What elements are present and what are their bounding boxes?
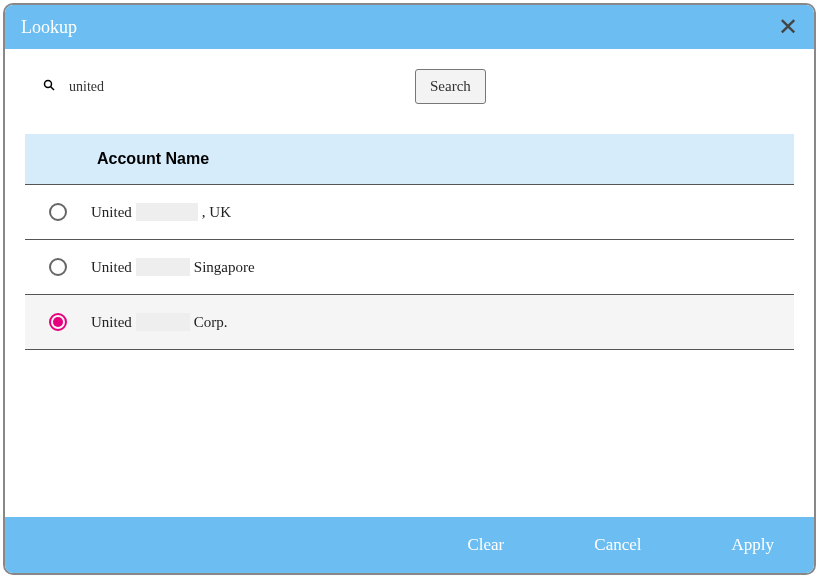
- account-name-cell: United, UK: [91, 203, 231, 221]
- radio-button[interactable]: [49, 258, 67, 276]
- redacted-text: [136, 258, 190, 276]
- apply-button[interactable]: Apply: [732, 535, 775, 555]
- table-row[interactable]: United, UK: [25, 185, 794, 240]
- search-row: Search: [25, 69, 794, 104]
- modal-title: Lookup: [21, 17, 77, 38]
- redacted-text: [136, 313, 190, 331]
- table-row[interactable]: UnitedSingapore: [25, 240, 794, 295]
- search-input[interactable]: [65, 75, 405, 99]
- radio-button[interactable]: [49, 313, 67, 331]
- modal-body: Search Account Name United, UKUnitedSing…: [5, 49, 814, 517]
- table-header: Account Name: [25, 134, 794, 185]
- clear-button[interactable]: Clear: [467, 535, 504, 555]
- search-icon: [43, 79, 55, 94]
- search-button[interactable]: Search: [415, 69, 486, 104]
- table-row[interactable]: UnitedCorp.: [25, 295, 794, 350]
- radio-button[interactable]: [49, 203, 67, 221]
- account-name-cell: UnitedCorp.: [91, 313, 228, 331]
- svg-point-0: [45, 81, 52, 88]
- modal-footer: Clear Cancel Apply: [5, 517, 814, 573]
- account-name-cell: UnitedSingapore: [91, 258, 255, 276]
- svg-line-1: [51, 87, 55, 91]
- column-header-account-name: Account Name: [97, 150, 209, 167]
- redacted-text: [136, 203, 198, 221]
- close-icon[interactable]: ✕: [778, 15, 798, 39]
- results-table: Account Name United, UKUnitedSingaporeUn…: [25, 134, 794, 517]
- modal-header: Lookup ✕: [5, 5, 814, 49]
- cancel-button[interactable]: Cancel: [594, 535, 641, 555]
- lookup-modal: Lookup ✕ Search Account Name United, UKU…: [3, 3, 816, 575]
